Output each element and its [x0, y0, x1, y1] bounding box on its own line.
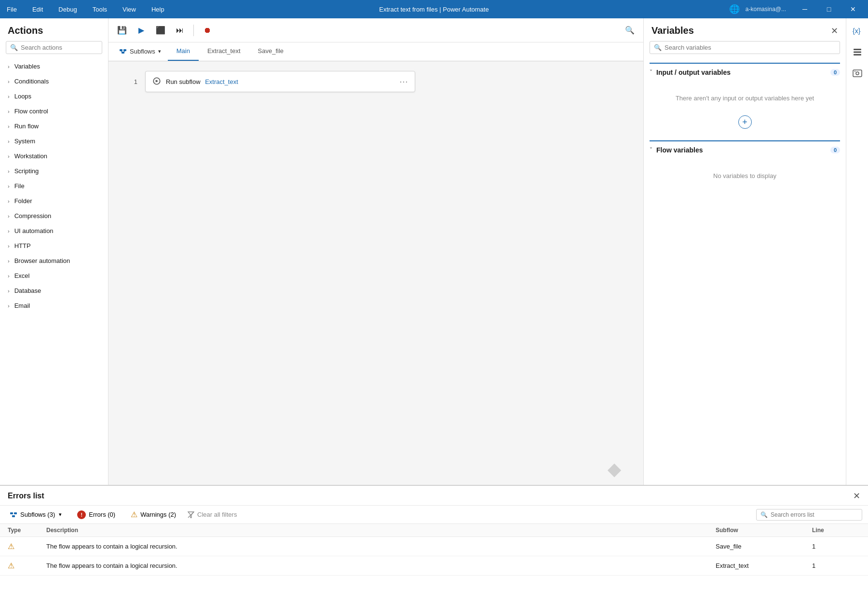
- chevron-right-icon: ›: [8, 303, 10, 309]
- titlebar-controls: 🌐 a-komasina@... ─ □ ✕: [729, 0, 864, 18]
- step-subflow-icon: [152, 77, 161, 87]
- menu-file[interactable]: File: [4, 5, 20, 14]
- action-item-run-flow[interactable]: › Run flow: [0, 119, 108, 134]
- action-item-workstation[interactable]: › Workstation: [0, 149, 108, 164]
- row-type-icon: ⚠: [8, 542, 46, 551]
- tab-save-file[interactable]: Save_file: [249, 42, 292, 61]
- action-item-email[interactable]: › Email: [0, 298, 108, 313]
- chevron-right-icon: ›: [8, 273, 10, 279]
- search-variables-box[interactable]: 🔍: [650, 41, 840, 54]
- action-item-loops[interactable]: › Loops: [0, 89, 108, 104]
- close-button[interactable]: ✕: [842, 0, 864, 18]
- errors-filter[interactable]: ! Errors (0): [73, 509, 119, 521]
- layers-sidebar-icon[interactable]: [849, 43, 866, 61]
- chevron-right-icon: ›: [8, 109, 10, 114]
- errors-title: Errors list: [8, 492, 44, 500]
- step-number: 1: [118, 78, 137, 85]
- clear-filters-icon: [188, 511, 194, 518]
- action-item-compression[interactable]: › Compression: [0, 208, 108, 223]
- svg-rect-9: [854, 54, 861, 55]
- variables-sidebar-icon[interactable]: {x}: [849, 22, 866, 40]
- table-row[interactable]: ⚠ The flow appears to contain a logical …: [0, 556, 868, 576]
- action-item-excel[interactable]: › Excel: [0, 268, 108, 283]
- chevron-right-icon: ›: [8, 258, 10, 264]
- flow-vars-chevron-icon: ˅: [650, 147, 652, 153]
- step-button[interactable]: ⏭: [172, 23, 188, 38]
- action-item-variables[interactable]: › Variables: [0, 59, 108, 74]
- tab-main[interactable]: Main: [168, 42, 199, 61]
- flow-variables-header[interactable]: ˅ Flow variables 0: [650, 140, 840, 158]
- menu-tools[interactable]: Tools: [90, 5, 110, 14]
- chevron-right-icon: ›: [8, 168, 10, 174]
- table-row[interactable]: ⚠ The flow appears to contain a logical …: [0, 537, 868, 556]
- subflows-button[interactable]: Subflows ▾: [112, 42, 168, 61]
- col-subflow: Subflow: [716, 527, 812, 534]
- action-item-conditionals[interactable]: › Conditionals: [0, 74, 108, 89]
- add-variable-button[interactable]: +: [738, 115, 752, 129]
- action-item-flow-control[interactable]: › Flow control: [0, 104, 108, 119]
- save-button[interactable]: 💾: [114, 23, 130, 38]
- svg-rect-1: [123, 49, 126, 51]
- subflows-label: Subflows: [130, 48, 155, 55]
- row-description: The flow appears to contain a logical re…: [46, 562, 716, 569]
- step-card[interactable]: Run subflow Extract_text ⋯: [145, 71, 415, 92]
- warnings-filter[interactable]: ⚠ Warnings (2): [127, 509, 180, 521]
- action-item-ui-automation[interactable]: › UI automation: [0, 223, 108, 238]
- tab-extract-text[interactable]: Extract_text: [199, 42, 249, 61]
- menu-help[interactable]: Help: [149, 5, 167, 14]
- menu-edit[interactable]: Edit: [29, 5, 46, 14]
- clear-filters-label: Clear all filters: [197, 511, 237, 518]
- flow-toolbar: 💾 ▶ ⬛ ⏭ ⏺ 🔍: [108, 18, 643, 42]
- toolbar-separator: [193, 25, 194, 36]
- clear-filters-button[interactable]: Clear all filters: [188, 511, 237, 518]
- action-label: Scripting: [14, 167, 39, 175]
- action-label: Browser automation: [14, 257, 70, 264]
- flow-vars-empty: No variables to display: [650, 158, 840, 194]
- image-sidebar-icon[interactable]: [849, 65, 866, 82]
- errors-filter-label: Errors (0): [89, 511, 115, 518]
- search-flow-button[interactable]: 🔍: [622, 23, 637, 38]
- variables-header: Variables ✕: [644, 18, 846, 41]
- menu-view[interactable]: View: [120, 5, 139, 14]
- svg-rect-13: [10, 512, 13, 514]
- row-line: 1: [812, 543, 860, 550]
- action-item-browser-automation[interactable]: › Browser automation: [0, 253, 108, 268]
- variables-panel: Variables ✕ 🔍 ˅ Input / output variables…: [643, 18, 846, 485]
- warnings-filter-label: Warnings (2): [140, 511, 176, 518]
- action-item-file[interactable]: › File: [0, 179, 108, 193]
- errors-table: Type Description Subflow Line ⚠ The flow…: [0, 524, 868, 591]
- chevron-right-icon: ›: [8, 288, 10, 294]
- variables-close-button[interactable]: ✕: [831, 26, 838, 36]
- minimize-button[interactable]: ─: [794, 0, 816, 18]
- step-more-button[interactable]: ⋯: [399, 76, 408, 87]
- maximize-button[interactable]: □: [818, 0, 840, 18]
- action-item-http[interactable]: › HTTP: [0, 238, 108, 253]
- input-output-title: Input / output variables: [656, 69, 830, 76]
- flow-variables-section: ˅ Flow variables 0 No variables to displ…: [650, 140, 840, 194]
- search-errors-box[interactable]: 🔍: [756, 509, 862, 521]
- chevron-right-icon: ›: [8, 228, 10, 234]
- action-item-database[interactable]: › Database: [0, 283, 108, 298]
- input-output-header[interactable]: ˅ Input / output variables 0: [650, 64, 840, 80]
- errors-close-button[interactable]: ✕: [853, 491, 860, 501]
- col-description: Description: [46, 527, 716, 534]
- errors-toolbar: Subflows (3) ▾ ! Errors (0) ⚠ Warnings (…: [0, 506, 868, 524]
- input-output-section: ˅ Input / output variables 0 There aren'…: [650, 63, 840, 133]
- search-actions-box[interactable]: 🔍: [6, 41, 102, 54]
- main-container: Actions 🔍 › Variables › Conditionals › L…: [0, 18, 868, 485]
- svg-point-12: [854, 71, 855, 72]
- stop-button[interactable]: ⬛: [153, 23, 168, 38]
- search-variables-input[interactable]: [665, 44, 836, 51]
- action-label: Flow control: [14, 108, 48, 115]
- svg-rect-15: [12, 515, 15, 517]
- run-button[interactable]: ▶: [134, 23, 149, 38]
- search-errors-input[interactable]: [771, 511, 858, 518]
- action-item-scripting[interactable]: › Scripting: [0, 164, 108, 179]
- errors-table-header: Type Description Subflow Line: [0, 524, 868, 537]
- record-button[interactable]: ⏺: [200, 23, 215, 38]
- action-item-folder[interactable]: › Folder: [0, 193, 108, 208]
- search-actions-input[interactable]: [21, 44, 98, 51]
- menu-debug[interactable]: Debug: [55, 5, 80, 14]
- action-item-system[interactable]: › System: [0, 134, 108, 149]
- subflows-filter[interactable]: Subflows (3) ▾: [6, 509, 66, 520]
